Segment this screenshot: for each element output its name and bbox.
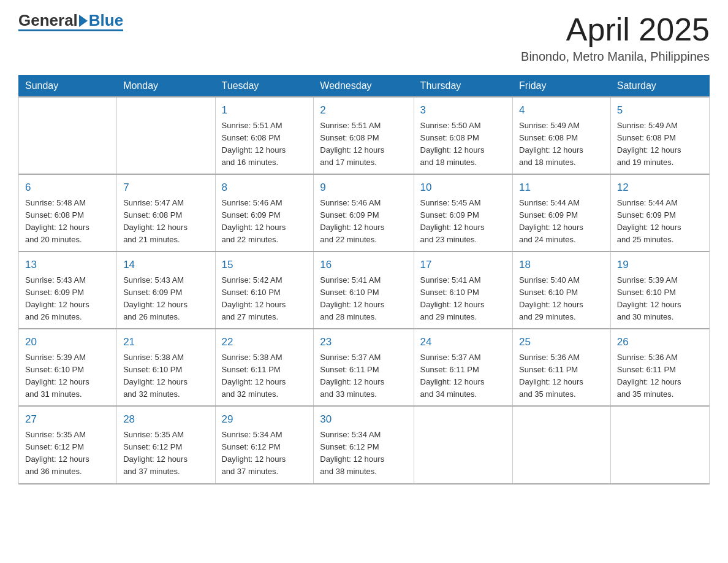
day-number: 6 bbox=[25, 180, 110, 196]
day-detail: Sunrise: 5:35 AMSunset: 6:12 PMDaylight:… bbox=[123, 429, 208, 478]
day-number: 24 bbox=[420, 334, 506, 350]
day-detail: Sunrise: 5:34 AMSunset: 6:12 PMDaylight:… bbox=[320, 429, 407, 478]
day-detail: Sunrise: 5:34 AMSunset: 6:12 PMDaylight:… bbox=[222, 429, 308, 478]
weekday-header-tuesday: Tuesday bbox=[215, 75, 314, 98]
day-number: 16 bbox=[320, 257, 407, 273]
day-number: 17 bbox=[420, 257, 506, 273]
calendar-cell: 23Sunrise: 5:37 AMSunset: 6:11 PMDayligh… bbox=[314, 329, 414, 406]
calendar-cell: 30Sunrise: 5:34 AMSunset: 6:12 PMDayligh… bbox=[314, 406, 414, 483]
day-number: 14 bbox=[123, 257, 208, 273]
day-number: 9 bbox=[320, 180, 407, 196]
day-number: 3 bbox=[420, 102, 506, 118]
day-detail: Sunrise: 5:45 AMSunset: 6:09 PMDaylight:… bbox=[420, 197, 506, 247]
calendar-cell: 2Sunrise: 5:51 AMSunset: 6:08 PMDaylight… bbox=[314, 97, 414, 174]
calendar-cell: 19Sunrise: 5:39 AMSunset: 6:10 PMDayligh… bbox=[610, 251, 709, 329]
calendar-cell: 21Sunrise: 5:38 AMSunset: 6:10 PMDayligh… bbox=[117, 329, 215, 406]
day-detail: Sunrise: 5:49 AMSunset: 6:08 PMDaylight:… bbox=[519, 120, 604, 169]
calendar-header-row: SundayMondayTuesdayWednesdayThursdayFrid… bbox=[19, 75, 710, 98]
calendar-week-row: 20Sunrise: 5:39 AMSunset: 6:10 PMDayligh… bbox=[19, 329, 710, 406]
day-number: 23 bbox=[320, 334, 407, 350]
calendar-cell: 5Sunrise: 5:49 AMSunset: 6:08 PMDaylight… bbox=[610, 97, 709, 174]
logo-general-text: General bbox=[18, 12, 78, 28]
calendar-cell bbox=[513, 406, 611, 483]
calendar-cell: 8Sunrise: 5:46 AMSunset: 6:09 PMDaylight… bbox=[215, 174, 314, 251]
calendar-cell: 4Sunrise: 5:49 AMSunset: 6:08 PMDaylight… bbox=[513, 97, 611, 174]
day-detail: Sunrise: 5:43 AMSunset: 6:09 PMDaylight:… bbox=[123, 274, 208, 324]
day-detail: Sunrise: 5:42 AMSunset: 6:10 PMDaylight:… bbox=[222, 274, 308, 324]
day-detail: Sunrise: 5:36 AMSunset: 6:11 PMDaylight:… bbox=[519, 351, 604, 401]
day-number: 13 bbox=[25, 257, 110, 273]
day-number: 15 bbox=[222, 257, 308, 273]
day-detail: Sunrise: 5:41 AMSunset: 6:10 PMDaylight:… bbox=[320, 274, 407, 324]
day-detail: Sunrise: 5:37 AMSunset: 6:11 PMDaylight:… bbox=[320, 351, 407, 401]
calendar-cell: 9Sunrise: 5:46 AMSunset: 6:09 PMDaylight… bbox=[314, 174, 414, 251]
day-number: 5 bbox=[617, 102, 703, 118]
day-number: 2 bbox=[320, 102, 407, 118]
day-number: 11 bbox=[519, 180, 604, 196]
calendar-cell: 27Sunrise: 5:35 AMSunset: 6:12 PMDayligh… bbox=[19, 406, 117, 483]
calendar-cell: 22Sunrise: 5:38 AMSunset: 6:11 PMDayligh… bbox=[215, 329, 314, 406]
calendar-cell bbox=[610, 406, 709, 483]
logo-underline bbox=[18, 29, 123, 31]
day-detail: Sunrise: 5:37 AMSunset: 6:11 PMDaylight:… bbox=[420, 351, 506, 401]
day-number: 29 bbox=[222, 412, 308, 427]
day-detail: Sunrise: 5:39 AMSunset: 6:10 PMDaylight:… bbox=[617, 274, 703, 324]
weekday-header-thursday: Thursday bbox=[414, 75, 512, 98]
calendar-cell: 28Sunrise: 5:35 AMSunset: 6:12 PMDayligh… bbox=[117, 406, 215, 483]
day-detail: Sunrise: 5:49 AMSunset: 6:08 PMDaylight:… bbox=[617, 120, 703, 169]
day-detail: Sunrise: 5:51 AMSunset: 6:08 PMDaylight:… bbox=[222, 120, 308, 169]
logo-blue-text: Blue bbox=[89, 12, 123, 28]
calendar-cell: 3Sunrise: 5:50 AMSunset: 6:08 PMDaylight… bbox=[414, 97, 512, 174]
calendar-cell: 14Sunrise: 5:43 AMSunset: 6:09 PMDayligh… bbox=[117, 251, 215, 329]
calendar-cell: 1Sunrise: 5:51 AMSunset: 6:08 PMDaylight… bbox=[215, 97, 314, 174]
day-number: 1 bbox=[222, 102, 308, 118]
day-detail: Sunrise: 5:39 AMSunset: 6:10 PMDaylight:… bbox=[25, 351, 110, 401]
calendar-table: SundayMondayTuesdayWednesdayThursdayFrid… bbox=[18, 75, 710, 484]
page-title: April 2025 bbox=[521, 12, 710, 47]
calendar-cell: 10Sunrise: 5:45 AMSunset: 6:09 PMDayligh… bbox=[414, 174, 512, 251]
logo-arrow-icon bbox=[79, 15, 88, 27]
day-number: 25 bbox=[519, 334, 604, 350]
day-number: 22 bbox=[222, 334, 308, 350]
calendar-cell: 25Sunrise: 5:36 AMSunset: 6:11 PMDayligh… bbox=[513, 329, 611, 406]
weekday-header-friday: Friday bbox=[513, 75, 611, 98]
day-detail: Sunrise: 5:40 AMSunset: 6:10 PMDaylight:… bbox=[519, 274, 604, 324]
day-number: 30 bbox=[320, 412, 407, 427]
day-number: 28 bbox=[123, 412, 208, 427]
calendar-cell: 11Sunrise: 5:44 AMSunset: 6:09 PMDayligh… bbox=[513, 174, 611, 251]
calendar-cell: 26Sunrise: 5:36 AMSunset: 6:11 PMDayligh… bbox=[610, 329, 709, 406]
page-header: General Blue April 2025 Binondo, Metro M… bbox=[18, 12, 710, 64]
title-block: April 2025 Binondo, Metro Manila, Philip… bbox=[521, 12, 710, 64]
day-detail: Sunrise: 5:36 AMSunset: 6:11 PMDaylight:… bbox=[617, 351, 703, 401]
calendar-week-row: 27Sunrise: 5:35 AMSunset: 6:12 PMDayligh… bbox=[19, 406, 710, 483]
calendar-week-row: 13Sunrise: 5:43 AMSunset: 6:09 PMDayligh… bbox=[19, 251, 710, 329]
calendar-cell: 7Sunrise: 5:47 AMSunset: 6:08 PMDaylight… bbox=[117, 174, 215, 251]
day-number: 8 bbox=[222, 180, 308, 196]
day-number: 4 bbox=[519, 102, 604, 118]
calendar-cell bbox=[19, 97, 117, 174]
calendar-cell: 12Sunrise: 5:44 AMSunset: 6:09 PMDayligh… bbox=[610, 174, 709, 251]
calendar-cell: 29Sunrise: 5:34 AMSunset: 6:12 PMDayligh… bbox=[215, 406, 314, 483]
day-detail: Sunrise: 5:38 AMSunset: 6:10 PMDaylight:… bbox=[123, 351, 208, 401]
day-number: 19 bbox=[617, 257, 703, 273]
calendar-week-row: 1Sunrise: 5:51 AMSunset: 6:08 PMDaylight… bbox=[19, 97, 710, 174]
day-number: 12 bbox=[617, 180, 703, 196]
day-detail: Sunrise: 5:47 AMSunset: 6:08 PMDaylight:… bbox=[123, 197, 208, 247]
calendar-cell: 18Sunrise: 5:40 AMSunset: 6:10 PMDayligh… bbox=[513, 251, 611, 329]
weekday-header-sunday: Sunday bbox=[19, 75, 117, 98]
calendar-cell: 24Sunrise: 5:37 AMSunset: 6:11 PMDayligh… bbox=[414, 329, 512, 406]
day-detail: Sunrise: 5:35 AMSunset: 6:12 PMDaylight:… bbox=[25, 429, 110, 478]
weekday-header-monday: Monday bbox=[117, 75, 215, 98]
logo: General Blue bbox=[18, 12, 123, 31]
calendar-cell: 17Sunrise: 5:41 AMSunset: 6:10 PMDayligh… bbox=[414, 251, 512, 329]
weekday-header-saturday: Saturday bbox=[610, 75, 709, 98]
calendar-cell bbox=[117, 97, 215, 174]
day-number: 7 bbox=[123, 180, 208, 196]
day-detail: Sunrise: 5:51 AMSunset: 6:08 PMDaylight:… bbox=[320, 120, 407, 169]
day-detail: Sunrise: 5:41 AMSunset: 6:10 PMDaylight:… bbox=[420, 274, 506, 324]
day-number: 21 bbox=[123, 334, 208, 350]
weekday-header-wednesday: Wednesday bbox=[314, 75, 414, 98]
calendar-cell: 13Sunrise: 5:43 AMSunset: 6:09 PMDayligh… bbox=[19, 251, 117, 329]
day-detail: Sunrise: 5:44 AMSunset: 6:09 PMDaylight:… bbox=[617, 197, 703, 247]
day-number: 20 bbox=[25, 334, 110, 350]
